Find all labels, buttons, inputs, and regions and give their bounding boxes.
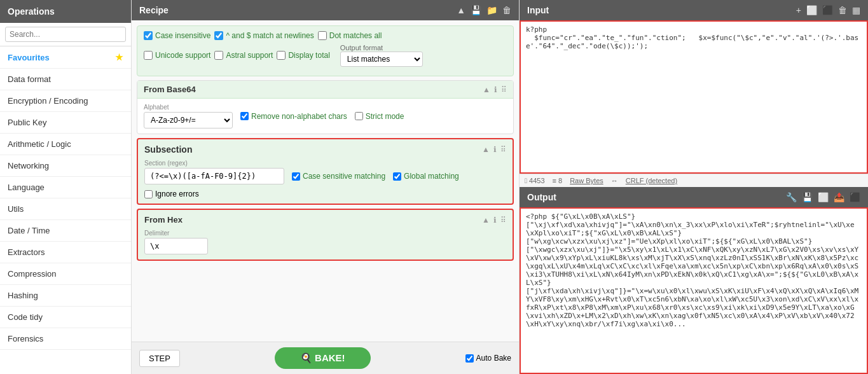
open-icon[interactable]: 📁 (486, 5, 497, 15)
subsection-drag-icon[interactable]: ⠿ (500, 145, 506, 154)
ignore-errors-checkbox[interactable] (144, 190, 153, 198)
caret-dollar-label[interactable]: ^ and $ match at newlines (214, 31, 313, 40)
output-wrench-icon[interactable]: 🔧 (786, 192, 797, 202)
astral-support-checkbox[interactable] (214, 51, 223, 60)
subsection-collapse-icon[interactable]: ▲ (482, 145, 490, 154)
auto-bake-label: Auto Bake (476, 354, 511, 363)
collapse-icon[interactable]: ▲ (483, 85, 490, 94)
caret-dollar-checkbox[interactable] (214, 31, 223, 40)
from-base64-title: From Base64 (144, 85, 196, 94)
move-up-icon[interactable]: ▲ (457, 5, 465, 15)
dot-matches-checkbox[interactable] (318, 31, 327, 40)
sidebar-item-forensics[interactable]: Forensics (0, 328, 131, 350)
remove-nonalphabet-label[interactable]: Remove non-alphabet chars (240, 112, 347, 121)
output-upload-icon[interactable]: 📤 (834, 192, 844, 202)
from-base64-body: Alphabet A-Za-z0-9+/= Remove non-alphabe… (137, 99, 513, 134)
input-delete-icon[interactable]: 🗑 (838, 5, 847, 15)
from-hex-title: From Hex (144, 215, 183, 225)
sidebar-title: Operations (0, 0, 131, 23)
global-matching-checkbox[interactable] (393, 172, 401, 181)
caret-dollar-text: ^ and $ match at newlines (226, 31, 313, 40)
dot-matches-label[interactable]: Dot matches all (318, 31, 382, 40)
line-endings[interactable]: CRLF (detected) (626, 177, 677, 184)
delete-icon[interactable]: 🗑 (502, 5, 511, 15)
unicode-support-checkbox[interactable] (144, 51, 153, 60)
sidebar-item-code-tidy[interactable]: Code tidy (0, 307, 131, 328)
input-icon-3[interactable]: ⬛ (822, 5, 833, 15)
fromhex-info-icon[interactable]: ℹ (493, 216, 497, 225)
sidebar-item-arithmetic[interactable]: Arithmetic / Logic (0, 134, 131, 155)
section-regex-input[interactable] (144, 168, 284, 184)
sidebar-item-encryption[interactable]: Encryption / Encoding (0, 90, 131, 112)
recipe-panel: Recipe ▲ 💾 📁 🗑 Case insensitive ^ and $ … (132, 0, 520, 374)
output-save-icon[interactable]: 💾 (802, 192, 813, 202)
strict-mode-checkbox[interactable] (355, 112, 363, 120)
bake-button[interactable]: 🍳 BAKE! (275, 347, 371, 369)
drag-icon[interactable]: ⠿ (501, 85, 507, 94)
sidebar-item-language[interactable]: Language (0, 177, 131, 198)
output-content[interactable]: <?php ${"G\xL\x0B\xA\xLS"} ["\xj\xf\xd\x… (520, 207, 868, 374)
search-input[interactable] (5, 27, 126, 42)
sidebar-item-label: Favourites (8, 53, 50, 62)
input-content[interactable]: k?php $func="cr"."ea"."te_"."fun"."ction… (520, 20, 868, 174)
sidebar-item-extractors[interactable]: Extractors (0, 242, 131, 263)
add-input-icon[interactable]: + (796, 5, 801, 15)
line-count: ≡ 8 (553, 177, 563, 184)
fromhex-drag-icon[interactable]: ⠿ (500, 216, 506, 225)
sidebar-item-label: Utils (8, 204, 24, 214)
sidebar-item-utils[interactable]: Utils (0, 198, 131, 220)
output-fullscreen-icon[interactable]: ⬛ (850, 192, 860, 202)
delimiter-field-group: Delimiter (144, 230, 506, 254)
star-icon: ★ (115, 52, 123, 62)
global-matching-label[interactable]: Global matching (393, 172, 459, 181)
astral-support-text: Astral support (226, 51, 273, 60)
section-regex-group: Section (regex) Case sensitive matching … (144, 160, 506, 184)
sidebar-item-compression[interactable]: Compression (0, 263, 131, 285)
sidebar-item-networking[interactable]: Networking (0, 155, 131, 177)
info-icon[interactable]: ℹ (494, 85, 497, 94)
sidebar-item-datetime[interactable]: Date / Time (0, 220, 131, 242)
ignore-errors-label[interactable]: Ignore errors (144, 190, 199, 198)
case-insensitive-checkbox[interactable] (144, 31, 153, 40)
from-base64-block: From Base64 ▲ ℹ ⠿ Alphabet A-Za-z0-9+/= (137, 80, 514, 134)
unicode-support-text: Unicode support (155, 51, 210, 60)
case-sensitive-matching-checkbox[interactable] (292, 172, 300, 181)
sidebar-item-data-format[interactable]: Data format (0, 69, 131, 90)
from-hex-block: From Hex ▲ ℹ ⠿ Delimiter (137, 209, 514, 261)
sidebar-item-label: Date / Time (8, 226, 50, 235)
sidebar-item-label: Data format (8, 74, 51, 84)
sidebar-item-hashing[interactable]: Hashing (0, 285, 131, 307)
delimiter-input[interactable] (144, 238, 208, 254)
remove-nonalphabet-checkbox[interactable] (240, 112, 249, 120)
regex-options-block: Case insensitive ^ and $ match at newlin… (137, 25, 514, 76)
remove-nonalphabet-text: Remove non-alphabet chars (251, 112, 347, 121)
input-icon-2[interactable]: ⬜ (806, 5, 817, 15)
display-total-checkbox[interactable] (277, 51, 286, 60)
encoding-label[interactable]: Raw Bytes (570, 177, 603, 184)
right-panels: Input + ⬜ ⬛ 🗑 ▦ k?php $func="cr"."ea"."t… (520, 0, 868, 374)
subsection-info-icon[interactable]: ℹ (493, 145, 497, 154)
sidebar-item-public-key[interactable]: Public Key (0, 112, 131, 134)
sidebar-item-label: Hashing (8, 291, 38, 300)
fromhex-collapse-icon[interactable]: ▲ (482, 216, 490, 225)
sidebar-item-label: Code tidy (8, 312, 43, 322)
strict-mode-label[interactable]: Strict mode (355, 112, 404, 121)
case-insensitive-label[interactable]: Case insensitive (144, 31, 210, 40)
step-button[interactable]: STEP (139, 350, 180, 367)
output-copy-icon[interactable]: ⬜ (818, 192, 829, 202)
case-sensitive-matching-label[interactable]: Case sensitive matching (292, 172, 385, 181)
output-format-select[interactable]: List matches Highlight matches Count mat… (340, 52, 423, 67)
save-icon[interactable]: 💾 (471, 5, 481, 15)
unicode-support-label[interactable]: Unicode support (144, 51, 210, 60)
alphabet-select[interactable]: A-Za-z0-9+/= (144, 112, 233, 128)
sidebar-item-label: Forensics (8, 334, 43, 343)
auto-bake-checkbox[interactable] (465, 354, 474, 363)
sidebar-item-favourites[interactable]: Favourites ★ (0, 46, 131, 69)
alphabet-label: Alphabet (144, 104, 233, 111)
input-grid-icon[interactable]: ▦ (852, 5, 860, 15)
sidebar-item-label: Compression (8, 269, 57, 279)
astral-support-label[interactable]: Astral support (214, 51, 273, 60)
display-total-text: Display total (288, 51, 329, 60)
ignore-errors-text: Ignore errors (155, 190, 199, 198)
display-total-label[interactable]: Display total (277, 51, 329, 60)
